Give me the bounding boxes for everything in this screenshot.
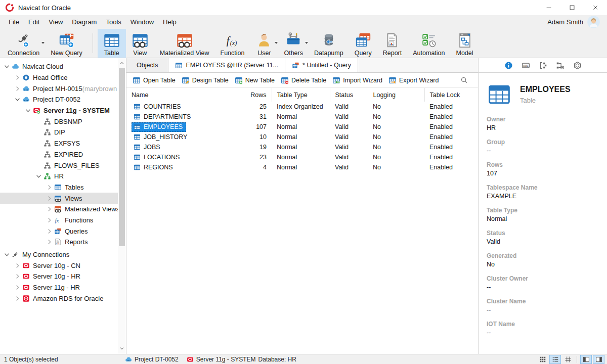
- tab-untitled-query[interactable]: * Untitled - Query: [285, 58, 358, 72]
- tab-objects[interactable]: Objects: [126, 58, 168, 72]
- scroll-down-icon[interactable]: [118, 345, 125, 352]
- menu-item-file[interactable]: File: [4, 15, 24, 29]
- table-row[interactable]: COUNTRIES25Index OrganizedValidNoEnabled: [126, 102, 478, 112]
- table-row[interactable]: JOBS19NormalValidNoEnabled: [126, 142, 478, 152]
- maximize-button[interactable]: [560, 0, 584, 15]
- object-name[interactable]: REGIONS: [132, 163, 177, 172]
- object-name[interactable]: DEPARTMENTS: [132, 112, 194, 122]
- button-export-wizard[interactable]: Export Wizard: [385, 75, 442, 86]
- tree-item-amazon-rds-for-oracle[interactable]: Amazon RDS for Oracle: [0, 293, 126, 304]
- tree-item-dip[interactable]: DIP: [0, 127, 126, 138]
- dropdown-caret-icon[interactable]: [275, 42, 278, 44]
- panel-left-button[interactable]: [580, 355, 592, 364]
- object-name[interactable]: COUNTRIES: [132, 102, 185, 112]
- column-header-table-type[interactable]: Table Type: [272, 88, 330, 102]
- tree-item-head-office[interactable]: Head Office: [0, 72, 126, 83]
- scrollbar-thumb[interactable]: [119, 68, 125, 246]
- member-of-icon[interactable]: [539, 61, 547, 70]
- chevron-down-icon[interactable]: [35, 172, 42, 180]
- tree-item-reports[interactable]: Reports: [0, 237, 126, 248]
- chevron-right-icon[interactable]: [14, 85, 21, 93]
- table-row[interactable]: DEPARTMENTS31NormalValidNoEnabled: [126, 112, 478, 122]
- column-header-status[interactable]: Status: [330, 88, 368, 102]
- chevron-right-icon[interactable]: [14, 74, 21, 81]
- menu-item-view[interactable]: View: [44, 15, 67, 29]
- sidebar-scrollbar[interactable]: [118, 58, 126, 354]
- tree-item-server-10g-cn[interactable]: Server 10g - CN: [0, 260, 126, 271]
- menu-item-edit[interactable]: Edit: [24, 15, 44, 29]
- toolbar-button-user[interactable]: User: [250, 29, 278, 58]
- tree-item-views[interactable]: Views: [0, 193, 126, 204]
- tree-item-queries[interactable]: Queries: [0, 225, 126, 237]
- menu-item-help[interactable]: Help: [158, 15, 181, 29]
- button-new-table[interactable]: New Table: [232, 75, 278, 86]
- table-row[interactable]: REGIONS4NormalValidNoEnabled: [126, 162, 478, 172]
- chevron-right-icon[interactable]: [46, 205, 53, 213]
- toolbar-button-view[interactable]: View: [126, 29, 154, 58]
- column-header-name[interactable]: Name: [126, 88, 239, 102]
- dependency-icon[interactable]: [556, 61, 565, 70]
- button-design-table[interactable]: Design Table: [179, 75, 232, 86]
- tree-item-server-10g-hr[interactable]: Server 10g - HR: [0, 271, 126, 282]
- tree-item-functions[interactable]: fxFunctions: [0, 215, 126, 226]
- tree-item-server-11g-hr[interactable]: Server 11g - HR: [0, 282, 126, 293]
- tree-item-tables[interactable]: Tables: [0, 182, 126, 193]
- chevron-right-icon[interactable]: [14, 272, 21, 280]
- chevron-right-icon[interactable]: [46, 184, 53, 191]
- tree-item-expired[interactable]: EXPIRED: [0, 149, 126, 160]
- table-row[interactable]: LOCATIONS23NormalValidNoEnabled: [126, 152, 478, 162]
- chevron-down-icon[interactable]: [14, 96, 21, 103]
- toolbar-button-others[interactable]: Others: [278, 29, 309, 58]
- column-header-logging[interactable]: Logging: [368, 88, 424, 102]
- object-name[interactable]: EMPLOYEES: [132, 122, 186, 132]
- object-name[interactable]: JOB_HISTORY: [132, 132, 191, 142]
- chevron-right-icon[interactable]: [46, 216, 53, 224]
- object-name[interactable]: LOCATIONS: [132, 153, 183, 162]
- view-list-button[interactable]: [549, 355, 561, 364]
- chevron-down-icon[interactable]: [24, 107, 32, 114]
- toolbar-button-model[interactable]: Model: [450, 29, 479, 58]
- chevron-down-icon[interactable]: [3, 63, 11, 70]
- toolbar-button-datapump[interactable]: Datapump: [309, 29, 349, 58]
- tree-item-materialized-views[interactable]: Materialized Views: [0, 204, 126, 215]
- tree-item-server-11g-system[interactable]: Server 11g - SYSTEM: [0, 105, 126, 116]
- toolbar-button-function[interactable]: f(x)Function: [215, 29, 250, 58]
- object-name[interactable]: JOBS: [132, 143, 164, 152]
- tree-item-navicat-cloud[interactable]: Navicat Cloud: [0, 61, 126, 72]
- menu-item-tools[interactable]: Tools: [101, 15, 125, 29]
- chevron-right-icon[interactable]: [46, 238, 53, 246]
- view-detail-button[interactable]: [562, 355, 574, 364]
- toolbar-button-connection[interactable]: Connection: [2, 29, 45, 58]
- info-icon[interactable]: [504, 61, 513, 70]
- menu-item-window[interactable]: Window: [126, 15, 158, 29]
- chevron-right-icon[interactable]: [14, 262, 21, 269]
- tab-employess-hr-server-11[interactable]: EMPLOYESS @HR (Server 11...: [168, 58, 285, 72]
- toolbar-button-materialized-view[interactable]: Materialized View: [154, 29, 215, 58]
- button-delete-table[interactable]: Delete Table: [278, 75, 329, 86]
- scroll-up-icon[interactable]: [118, 60, 125, 67]
- chevron-right-icon[interactable]: [46, 195, 53, 202]
- ddl-icon[interactable]: DDL: [522, 61, 530, 70]
- options-hexagon-icon[interactable]: [573, 61, 582, 70]
- dropdown-caret-icon[interactable]: [305, 42, 308, 44]
- tree-item-project-mh-0015[interactable]: Project MH-0015 (marybrown: [0, 83, 126, 94]
- table-row[interactable]: EMPLOYEES107NormalValidNoEnabled: [126, 122, 478, 132]
- view-grid-button[interactable]: [537, 355, 548, 364]
- button-import-wizard[interactable]: Import Wizard: [329, 75, 385, 86]
- menu-item-diagram[interactable]: Diagram: [67, 15, 101, 29]
- column-header-table-lock[interactable]: Table Lock: [424, 88, 478, 102]
- tree-item-my-connections[interactable]: My Connections: [0, 249, 126, 260]
- chevron-right-icon[interactable]: [14, 295, 21, 302]
- search-icon[interactable]: [460, 76, 468, 84]
- panel-right-button[interactable]: [593, 355, 604, 364]
- toolbar-button-table[interactable]: Table: [98, 29, 126, 58]
- avatar[interactable]: [587, 16, 600, 28]
- column-header-rows[interactable]: Rows: [239, 88, 272, 102]
- chevron-down-icon[interactable]: [3, 251, 11, 258]
- tree-item-hr[interactable]: HR: [0, 171, 126, 182]
- table-row[interactable]: JOB_HISTORY10NormalValidNoEnabled: [126, 132, 478, 142]
- chevron-right-icon[interactable]: [14, 284, 21, 291]
- toolbar-button-query[interactable]: Query: [349, 29, 377, 58]
- toolbar-button-automation[interactable]: Automation: [407, 29, 450, 58]
- tree-item-exfsys[interactable]: EXFSYS: [0, 138, 126, 149]
